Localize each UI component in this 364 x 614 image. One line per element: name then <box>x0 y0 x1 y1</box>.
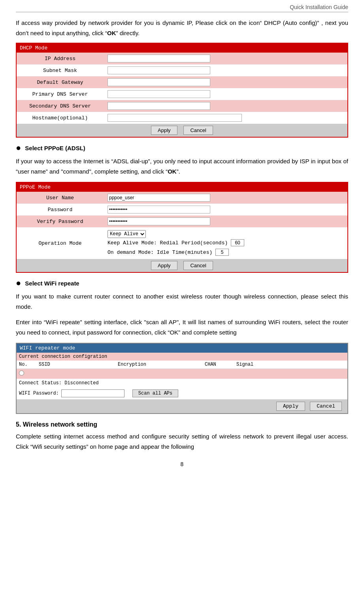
wifi-repeater-header: WIFI repeater mode <box>17 344 347 353</box>
table-row: Default Gateway <box>17 76 347 88</box>
dhcp-apply-button[interactable]: Apply <box>151 126 177 135</box>
table-row: Primary DNS Server <box>17 88 347 100</box>
section5-title: 5. Wireless network setting <box>16 421 348 428</box>
ip-address-input[interactable] <box>108 55 210 62</box>
col-chan-header: CHAN <box>205 362 236 367</box>
table-row: Subnet Mask <box>17 64 347 76</box>
password-input[interactable] <box>108 206 210 213</box>
keep-alive-text: Keep Alive Mode: Redial Period(seconds) <box>108 240 228 246</box>
wifi-password-row: WIFI Password: Scan all APs <box>17 387 347 399</box>
connect-status-text: Connect Status: Disconnected <box>19 380 99 386</box>
verify-password-input[interactable] <box>108 217 210 225</box>
password-input-cell <box>104 204 347 215</box>
subnet-mask-input[interactable] <box>108 66 210 74</box>
intro-paragraph: If access way provided by network provid… <box>16 18 348 38</box>
wifi-row-radio[interactable] <box>19 370 24 376</box>
col-no-header: No. <box>19 362 39 367</box>
wifi-row-no <box>19 370 39 377</box>
intro-text1: If access way provided by network provid… <box>16 19 348 36</box>
wifi-section-body2: Enter into “WiFi repeate” setting interf… <box>16 317 348 337</box>
primary-dns-input-cell <box>104 88 347 100</box>
subnet-mask-input-cell <box>104 64 347 76</box>
col-signal-header: Signal <box>236 362 268 367</box>
connect-status-row: Connect Status: Disconnected <box>17 379 347 387</box>
hostname-label: Hostname(optional) <box>17 112 104 124</box>
hostname-input-cell <box>104 112 347 124</box>
secondary-dns-input-cell <box>104 100 347 112</box>
password-label: Password <box>17 204 104 215</box>
intro-ok: OK <box>107 30 116 36</box>
default-gateway-input[interactable] <box>108 78 210 86</box>
primary-dns-input[interactable] <box>108 90 210 98</box>
intro-text2: ” directly. <box>116 30 140 36</box>
section5-container: 5. Wireless network setting Complete set… <box>16 421 348 452</box>
wifi-cancel-button[interactable]: Cancel <box>310 402 342 411</box>
user-name-label: User Name <box>17 192 104 204</box>
table-row: Operation Mode Keep Alive On Demand Keep… <box>17 227 347 259</box>
primary-dns-label: Primary DNS Server <box>17 88 104 100</box>
operation-mode-cell: Keep Alive On Demand Keep Alive Mode: Re… <box>104 227 347 259</box>
table-row: Hostname(optional) <box>17 112 347 124</box>
pppoe-cancel-button[interactable]: Cancel <box>183 261 213 270</box>
pppoe-section-title: Select PPPoE (ADSL) <box>25 145 85 151</box>
wifi-bullet: ● <box>16 279 21 287</box>
current-config-label: Current connection configration <box>17 353 347 361</box>
wifi-data-row <box>17 369 347 379</box>
pppoe-ok: OK <box>168 168 177 175</box>
wifi-columns-header: No. SSID Encryption CHAN Signal <box>17 361 347 369</box>
wifi-footer-row: Apply Cancel <box>17 399 347 413</box>
on-demand-text: On demand Mode: Idle Time(minutes) <box>108 249 212 255</box>
default-gateway-input-cell <box>104 76 347 88</box>
dhcp-mode-panel: DHCP Mode IP Address Subnet Mask Default… <box>16 43 348 138</box>
col-encryption-header: Encryption <box>118 362 205 367</box>
scan-all-aps-button[interactable]: Scan all APs <box>132 389 178 397</box>
page-header: Quick Installation Guide <box>16 4 348 12</box>
table-row: Secondary DNS Server <box>17 100 347 112</box>
table-row: Verify Password <box>17 215 347 227</box>
default-gateway-label: Default Gateway <box>17 76 104 88</box>
operation-mode-label: Operation Mode <box>17 227 104 259</box>
redial-period-input[interactable] <box>231 239 244 246</box>
secondary-dns-input[interactable] <box>108 102 210 110</box>
pppoe-bullet: ● <box>16 144 21 152</box>
operation-mode-select[interactable]: Keep Alive On Demand <box>108 230 146 238</box>
dhcp-buttons-row: Apply Cancel <box>17 124 347 137</box>
pppoe-buttons-row: Apply Cancel <box>17 259 347 272</box>
wifi-section-header: ● Select WiFi repeate <box>16 280 348 287</box>
secondary-dns-label: Secondary DNS Server <box>17 100 104 112</box>
idle-time-input[interactable] <box>215 249 229 256</box>
section5-body: Complete setting internet access method … <box>16 431 348 452</box>
table-row: Password <box>17 204 347 215</box>
verify-password-input-cell <box>104 215 347 227</box>
dhcp-form-table: IP Address Subnet Mask Default Gateway P… <box>17 53 347 137</box>
wifi-repeater-panel: WIFI repeater mode Current connection co… <box>16 343 348 414</box>
pppoe-body2: ”. <box>177 168 180 175</box>
wifi-apply-button[interactable]: Apply <box>276 402 305 411</box>
col-ssid-header: SSID <box>39 362 118 367</box>
pppoe-buttons-cell: Apply Cancel <box>17 259 347 272</box>
wifi-password-input[interactable] <box>61 389 124 397</box>
user-name-input-cell <box>104 192 347 204</box>
dhcp-mode-header: DHCP Mode <box>17 43 347 53</box>
ip-address-label: IP Address <box>17 53 104 64</box>
pppoe-form-table: User Name Password Verify Password Opera… <box>17 192 347 272</box>
pppoe-body1: If your way to access the Internet is “A… <box>16 158 348 175</box>
ip-address-input-cell <box>104 53 347 64</box>
page-number: 8 <box>16 461 348 467</box>
user-name-input[interactable] <box>108 194 210 202</box>
wifi-section-body1: If you want to make current router conne… <box>16 291 348 312</box>
pppoe-mode-panel: PPPoE Mode User Name Password Verify Pas… <box>16 182 348 273</box>
pppoe-mode-header: PPPoE Mode <box>17 183 347 192</box>
pppoe-section-body: If your way to access the Internet is “A… <box>16 156 348 176</box>
pppoe-apply-button[interactable]: Apply <box>151 261 177 270</box>
pppoe-section-header: ● Select PPPoE (ADSL) <box>16 145 348 152</box>
table-row: IP Address <box>17 53 347 64</box>
subnet-mask-label: Subnet Mask <box>17 64 104 76</box>
wifi-section-title: Select WiFi repeate <box>25 280 79 287</box>
wifi-password-label: WIFI Password: <box>19 391 59 396</box>
dhcp-buttons-cell: Apply Cancel <box>17 124 347 137</box>
hostname-input[interactable] <box>108 114 242 122</box>
table-row: User Name <box>17 192 347 204</box>
verify-password-label: Verify Password <box>17 215 104 227</box>
dhcp-cancel-button[interactable]: Cancel <box>183 126 213 135</box>
